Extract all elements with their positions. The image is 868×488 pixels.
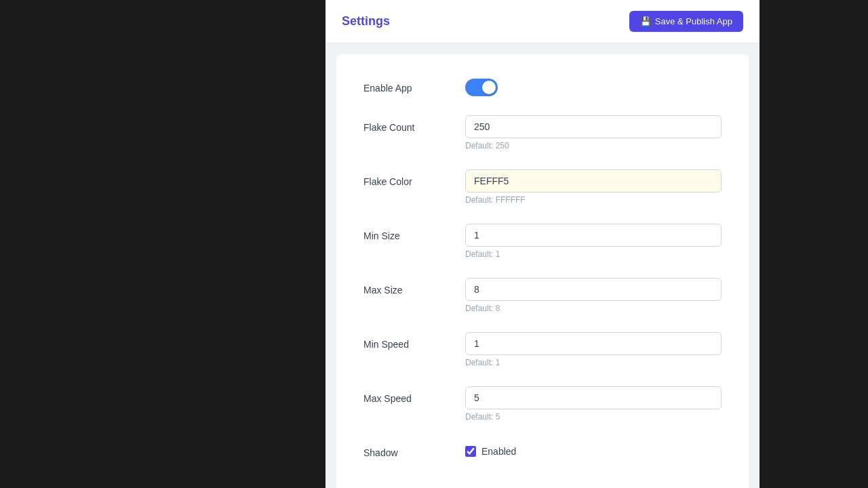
page-title: Settings <box>342 14 390 28</box>
min-size-row: Min Size Default: 1 <box>363 224 722 259</box>
toggle-wrapper <box>465 76 722 96</box>
save-icon-top: 💾 <box>640 16 651 26</box>
flake-color-control: Default: FFFFFF <box>465 169 722 205</box>
max-size-label: Max Size <box>363 278 465 296</box>
enable-app-control <box>465 76 722 96</box>
max-size-default: Default: 8 <box>465 304 722 313</box>
shadow-label: Shadow <box>363 441 465 458</box>
settings-card: Enable App Flake Count <box>336 54 749 488</box>
flake-count-label: Flake Count <box>363 115 465 133</box>
save-publish-label-top: Save & Publish App <box>655 16 732 26</box>
shadow-checkbox-label: Enabled <box>481 446 516 457</box>
flake-color-row: Flake Color Default: FFFFFF <box>363 169 722 205</box>
top-bar: Settings 💾 Save & Publish App <box>326 0 760 43</box>
enable-app-label: Enable App <box>363 76 465 94</box>
shadow-checkbox[interactable] <box>465 446 476 457</box>
min-size-default: Default: 1 <box>465 249 722 259</box>
shadow-checkbox-wrapper: Enabled <box>465 441 722 457</box>
content-area: Enable App Flake Count <box>326 43 760 488</box>
flake-count-default: Default: 250 <box>465 141 722 150</box>
shadow-control: Enabled <box>465 441 722 457</box>
flake-color-input[interactable] <box>465 169 722 192</box>
min-size-control: Default: 1 <box>465 224 722 259</box>
max-speed-label: Max Speed <box>363 386 465 404</box>
toggle-thumb <box>482 81 496 94</box>
enable-app-toggle[interactable] <box>465 79 498 96</box>
min-speed-default: Default: 1 <box>465 358 722 367</box>
max-speed-control: Default: 5 <box>465 386 722 422</box>
shadow-row: Shadow Enabled <box>363 441 722 458</box>
max-speed-input[interactable] <box>465 386 722 409</box>
flake-count-control: Default: 250 <box>465 115 722 150</box>
min-size-input[interactable] <box>465 224 722 247</box>
max-size-control: Default: 8 <box>465 278 722 313</box>
settings-form: Enable App Flake Count <box>336 54 749 488</box>
enable-app-row: Enable App <box>363 76 722 96</box>
max-size-input[interactable] <box>465 278 722 301</box>
flake-color-label: Flake Color <box>363 169 465 187</box>
max-size-row: Max Size Default: 8 <box>363 278 722 313</box>
save-publish-button-top[interactable]: 💾 Save & Publish App <box>629 11 743 32</box>
min-speed-control: Default: 1 <box>465 332 722 367</box>
flake-count-row: Flake Count Default: 250 <box>363 115 722 150</box>
min-size-label: Min Size <box>363 224 465 241</box>
min-speed-row: Min Speed Default: 1 <box>363 332 722 367</box>
min-speed-input[interactable] <box>465 332 722 355</box>
flake-count-input[interactable] <box>465 115 722 138</box>
min-speed-label: Min Speed <box>363 332 465 350</box>
flake-color-default: Default: FFFFFF <box>465 195 722 205</box>
max-speed-row: Max Speed Default: 5 <box>363 386 722 422</box>
max-speed-default: Default: 5 <box>465 412 722 422</box>
